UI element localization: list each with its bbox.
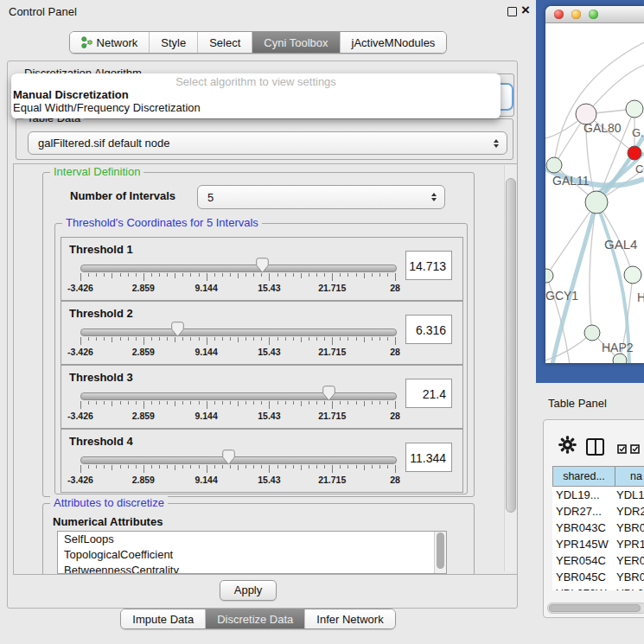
node-label: GAL11 bbox=[552, 174, 590, 188]
float-window-icon[interactable] bbox=[507, 7, 517, 16]
network-node[interactable] bbox=[626, 100, 643, 118]
node-table: shared... na YDL19...YDL1YDR27...YDR2YBR… bbox=[552, 466, 644, 590]
node-label: HAP2 bbox=[602, 341, 634, 354]
list-scrollbar[interactable] bbox=[434, 532, 446, 573]
shared-name-cell[interactable]: YDR27... bbox=[552, 503, 614, 520]
tab-select[interactable]: Select bbox=[197, 32, 252, 53]
slider-track[interactable] bbox=[80, 456, 397, 464]
threshold-value-field[interactable]: 6.316 bbox=[405, 315, 452, 344]
tab-cyni-toolbox[interactable]: Cyni Toolbox bbox=[252, 32, 339, 53]
network-node[interactable] bbox=[613, 354, 627, 363]
shared-name-cell[interactable]: YBR045C bbox=[552, 569, 614, 585]
threshold-value-field[interactable]: 11.344 bbox=[405, 443, 452, 472]
horizontal-scrollbar[interactable] bbox=[547, 603, 644, 614]
zoom-traffic-light-icon[interactable] bbox=[589, 10, 598, 19]
network-canvas[interactable]: GAL80G.CGAL11GAL4GCY1HHAP2 bbox=[545, 23, 644, 363]
slider-track[interactable] bbox=[80, 392, 397, 400]
list-item[interactable]: TopologicalCoefficient bbox=[58, 547, 446, 563]
shared-name-cell[interactable]: YBR043C bbox=[552, 520, 614, 536]
table-row[interactable]: YDL19...YDL1 bbox=[552, 487, 644, 503]
network-window-titlebar[interactable] bbox=[545, 6, 644, 23]
tab-label: Discretize Data bbox=[217, 613, 293, 626]
group-title: Interval Definition bbox=[50, 165, 143, 178]
group-title: Threshold's Coordinates for 5 Intervals bbox=[62, 216, 262, 229]
tick-label: 2.859 bbox=[132, 283, 155, 293]
name-cell[interactable]: YPR1 bbox=[614, 536, 644, 552]
shared-name-cell[interactable]: YER054C bbox=[552, 552, 614, 569]
num-intervals-combobox[interactable]: 5 bbox=[197, 185, 445, 209]
scrollbar-thumb[interactable] bbox=[549, 604, 641, 612]
list-item[interactable]: SelfLoops bbox=[58, 532, 446, 547]
node-label: GAL80 bbox=[583, 121, 622, 135]
gear-icon[interactable] bbox=[558, 436, 577, 454]
shared-name-cell[interactable]: YDL19... bbox=[552, 487, 614, 503]
split-table-icon[interactable] bbox=[586, 438, 604, 456]
threshold-value-field[interactable]: 14.713 bbox=[405, 251, 452, 280]
vertical-scrollbar[interactable] bbox=[504, 165, 516, 571]
name-cell[interactable]: YBR0 bbox=[614, 569, 644, 585]
tab-label: jActiveMNodules bbox=[352, 36, 436, 49]
cyni-toolbox-content: Discretization Algorithm Select algorith… bbox=[7, 61, 518, 609]
slider-track[interactable] bbox=[80, 265, 397, 272]
network-node[interactable] bbox=[546, 157, 562, 173]
threshold-panel: Threshold 3-3.4262.8599.14415.4321.71528… bbox=[61, 365, 463, 429]
network-node[interactable] bbox=[628, 146, 641, 160]
name-cell[interactable]: YDR2 bbox=[614, 503, 644, 520]
column-header-shared-name[interactable]: shared... bbox=[553, 467, 615, 486]
name-cell[interactable]: YBL0 bbox=[614, 585, 644, 590]
scrollbar-thumb[interactable] bbox=[506, 178, 516, 513]
minimize-traffic-light-icon[interactable] bbox=[571, 10, 581, 19]
tick-label: 2.859 bbox=[132, 347, 155, 357]
table-row[interactable]: YER054CYER0 bbox=[552, 552, 644, 569]
slider-track[interactable] bbox=[80, 328, 397, 336]
tab-network[interactable]: Network bbox=[70, 32, 150, 53]
checkbox-icon[interactable] bbox=[630, 442, 640, 451]
table-row[interactable]: YBL079WYBL0 bbox=[552, 585, 644, 590]
tab-impute-data[interactable]: Impute Data bbox=[121, 609, 205, 628]
tick-label: 2.859 bbox=[132, 411, 155, 421]
interval-definition-group: Interval Definition Number of Intervals … bbox=[42, 172, 475, 497]
shared-name-cell[interactable]: YPR145W bbox=[552, 536, 614, 552]
network-edge[interactable] bbox=[546, 202, 596, 276]
table-panel-toolbar bbox=[544, 420, 644, 463]
node-label: H bbox=[637, 290, 644, 304]
spinner-icon bbox=[494, 139, 499, 148]
tab-infer-network[interactable]: Infer Network bbox=[304, 609, 394, 628]
tab-jactivemnodules[interactable]: jActiveMNodules bbox=[340, 32, 447, 53]
table-data-combobox[interactable]: galFiltered.sif default node bbox=[28, 131, 507, 155]
slider-ticks bbox=[80, 273, 395, 282]
algorithm-dropdown-popup: Select algorithm to view settings Manual… bbox=[11, 73, 501, 118]
slider-ticks bbox=[80, 337, 395, 346]
dropdown-option-manual[interactable]: Manual Discretization bbox=[11, 88, 501, 101]
dropdown-option-equal-width[interactable]: Equal Width/Frequency Discretization bbox=[11, 101, 501, 114]
tick-label: 9.144 bbox=[194, 475, 217, 485]
shared-name-cell[interactable]: YBL079W bbox=[552, 585, 614, 590]
spinner-icon bbox=[431, 193, 437, 201]
column-header-name[interactable]: na bbox=[615, 467, 644, 486]
tick-label: 9.144 bbox=[194, 411, 217, 421]
name-cell[interactable]: YBR0 bbox=[614, 520, 644, 536]
thresholds-group: Threshold's Coordinates for 5 Intervals … bbox=[54, 223, 468, 494]
close-traffic-light-icon[interactable] bbox=[554, 10, 564, 19]
network-node[interactable] bbox=[584, 325, 600, 341]
threshold-value-field[interactable]: 21.4 bbox=[405, 379, 452, 408]
name-cell[interactable]: YDL1 bbox=[614, 487, 644, 503]
table-row[interactable]: YBR043CYBR0 bbox=[552, 520, 644, 536]
network-node[interactable] bbox=[545, 269, 553, 283]
network-icon bbox=[81, 36, 92, 48]
apply-button[interactable]: Apply bbox=[220, 580, 277, 601]
tab-discretize-data[interactable]: Discretize Data bbox=[205, 609, 304, 628]
tab-style[interactable]: Style bbox=[149, 32, 197, 53]
close-icon[interactable]: × bbox=[521, 2, 530, 19]
attributes-listbox[interactable]: SelfLoops TopologicalCoefficient Between… bbox=[57, 531, 447, 574]
network-node[interactable] bbox=[585, 191, 608, 214]
name-cell[interactable]: YER0 bbox=[614, 552, 644, 569]
table-row[interactable]: YDR27...YDR2 bbox=[552, 503, 644, 520]
table-row[interactable]: YBR045CYBR0 bbox=[552, 569, 644, 585]
checkbox-icon[interactable] bbox=[617, 442, 627, 451]
table-row[interactable]: YPR145WYPR1 bbox=[552, 536, 644, 552]
list-item[interactable]: BetweennessCentrality bbox=[58, 563, 446, 574]
slider-tick-labels: -3.4262.8599.14415.4321.71528 bbox=[80, 475, 395, 485]
network-node[interactable] bbox=[624, 266, 641, 284]
node-label: GCY1 bbox=[545, 289, 578, 303]
